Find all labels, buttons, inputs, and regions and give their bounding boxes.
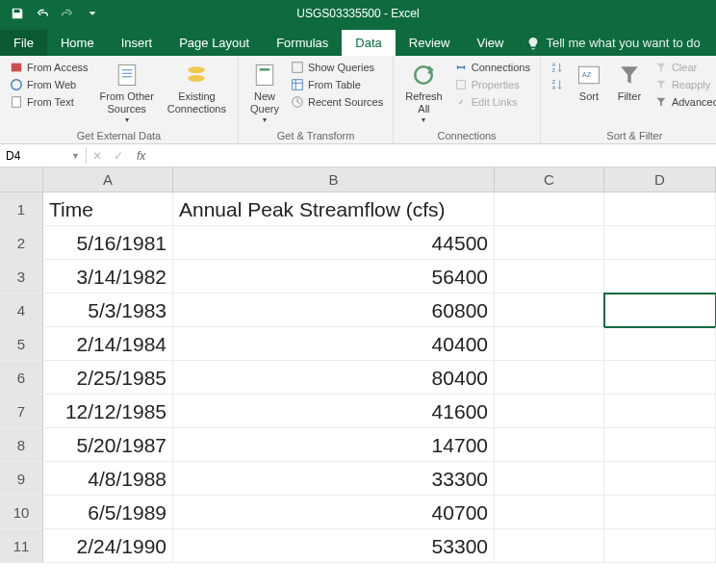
cell-A8[interactable]: 5/20/1987 (43, 428, 173, 462)
row-header-11[interactable]: 11 (0, 529, 43, 563)
cell-B9[interactable]: 33300 (173, 462, 495, 496)
cell-C8[interactable] (495, 428, 604, 462)
cell-D7[interactable] (604, 395, 716, 428)
from-access-button[interactable]: From Access (8, 60, 90, 75)
sort-button[interactable]: AZSort (572, 60, 606, 110)
row-header-10[interactable]: 10 (0, 496, 43, 529)
edit-links-button[interactable]: Edit Links (452, 94, 532, 110)
cell-D4[interactable] (604, 294, 716, 327)
col-header-D[interactable]: D (604, 167, 716, 192)
cell-B11[interactable]: 53300 (173, 529, 495, 563)
enter-icon[interactable]: ✓ (108, 149, 129, 163)
sort-za-button[interactable]: ZA (549, 77, 566, 92)
cell-A4[interactable]: 5/3/1983 (43, 294, 173, 327)
tab-data[interactable]: Data (342, 30, 395, 56)
tab-home[interactable]: Home (47, 30, 108, 56)
cell-D1[interactable] (604, 192, 716, 226)
recent-sources-button[interactable]: Recent Sources (289, 94, 385, 110)
advanced-filter-button[interactable]: Advanced (652, 94, 716, 110)
row-header-5[interactable]: 5 (0, 327, 43, 361)
tell-me-search[interactable]: Tell me what you want to do (517, 30, 709, 56)
from-text-button[interactable]: From Text (8, 94, 90, 110)
cell-D8[interactable] (604, 428, 716, 462)
tab-page-layout[interactable]: Page Layout (166, 30, 263, 56)
name-box-value: D4 (6, 149, 20, 163)
tab-insert[interactable]: Insert (108, 30, 166, 56)
cell-B10[interactable]: 40700 (173, 496, 495, 529)
tab-formulas[interactable]: Formulas (263, 30, 342, 56)
cell-A1[interactable]: Time (43, 192, 173, 226)
properties-button[interactable]: Properties (452, 77, 532, 92)
row-header-3[interactable]: 3 (0, 260, 43, 294)
cell-B2[interactable]: 44500 (173, 226, 495, 260)
sort-az-button[interactable]: AZ (549, 60, 566, 75)
new-query-button[interactable]: New Query▾ (246, 60, 283, 127)
cell-A11[interactable]: 2/24/1990 (43, 529, 173, 563)
cell-B1[interactable]: Annual Peak Streamflow (cfs) (173, 192, 495, 226)
redo-icon[interactable] (56, 2, 79, 25)
row-header-6[interactable]: 6 (0, 361, 43, 395)
qat-dropdown-icon[interactable] (81, 2, 104, 25)
cell-D11[interactable] (604, 529, 716, 563)
cell-C1[interactable] (495, 192, 604, 226)
cell-D10[interactable] (604, 496, 716, 529)
col-header-A[interactable]: A (43, 167, 173, 192)
refresh-all-button[interactable]: Refresh All▾ (401, 60, 447, 127)
cell-B6[interactable]: 80400 (173, 361, 495, 395)
cell-C4[interactable] (495, 294, 604, 327)
cell-B4[interactable]: 60800 (173, 294, 495, 327)
cell-A10[interactable]: 6/5/1989 (43, 496, 173, 529)
cell-C9[interactable] (495, 462, 604, 496)
cell-A9[interactable]: 4/8/1988 (43, 462, 173, 496)
cell-C7[interactable] (495, 395, 604, 428)
cell-B7[interactable]: 41600 (173, 395, 495, 428)
cell-D9[interactable] (604, 462, 716, 496)
cell-A7[interactable]: 12/12/1985 (43, 395, 173, 428)
cell-C10[interactable] (495, 496, 604, 529)
from-table-button[interactable]: From Table (289, 77, 385, 92)
cell-D2[interactable] (604, 226, 716, 260)
show-queries-button[interactable]: Show Queries (289, 60, 385, 75)
row-header-4[interactable]: 4 (0, 294, 43, 327)
col-header-C[interactable]: C (495, 167, 604, 192)
cell-C3[interactable] (495, 260, 604, 294)
select-all-corner[interactable] (0, 167, 43, 192)
clear-filter-button[interactable]: Clear (652, 60, 716, 75)
from-web-button[interactable]: From Web (8, 77, 90, 92)
tab-file[interactable]: File (0, 30, 47, 56)
cell-B3[interactable]: 56400 (173, 260, 495, 294)
formula-input[interactable] (153, 146, 716, 165)
cancel-icon[interactable]: ✕ (87, 149, 108, 163)
cell-D3[interactable] (604, 260, 716, 294)
fx-icon[interactable]: fx (129, 149, 153, 163)
name-box[interactable]: D4 ▼ (0, 147, 87, 165)
filter-button[interactable]: Filter (612, 60, 647, 110)
save-icon[interactable] (6, 2, 29, 25)
reapply-button[interactable]: Reapply (652, 77, 716, 92)
tab-view[interactable]: View (463, 30, 517, 56)
row-header-7[interactable]: 7 (0, 395, 43, 428)
cell-D5[interactable] (604, 327, 716, 361)
cell-A3[interactable]: 3/14/1982 (43, 260, 173, 294)
cell-C6[interactable] (495, 361, 604, 395)
row-header-8[interactable]: 8 (0, 428, 43, 462)
cell-C11[interactable] (495, 529, 604, 563)
undo-icon[interactable] (31, 2, 54, 25)
connections-button[interactable]: Connections (452, 60, 532, 75)
from-other-sources-button[interactable]: From Other Sources▾ (96, 60, 158, 127)
cell-C2[interactable] (495, 226, 604, 260)
cell-A6[interactable]: 2/25/1985 (43, 361, 173, 395)
cell-B5[interactable]: 40400 (173, 327, 495, 361)
tab-review[interactable]: Review (396, 30, 464, 56)
existing-connections-button[interactable]: Existing Connections (164, 60, 230, 127)
cell-A2[interactable]: 5/16/1981 (43, 226, 173, 260)
col-header-B[interactable]: B (173, 167, 495, 192)
worksheet-grid[interactable]: ABCD1TimeAnnual Peak Streamflow (cfs)25/… (0, 167, 716, 563)
row-header-2[interactable]: 2 (0, 226, 43, 260)
row-header-1[interactable]: 1 (0, 192, 43, 226)
row-header-9[interactable]: 9 (0, 462, 43, 496)
cell-C5[interactable] (495, 327, 604, 361)
cell-A5[interactable]: 2/14/1984 (43, 327, 173, 361)
cell-D6[interactable] (604, 361, 716, 395)
cell-B8[interactable]: 14700 (173, 428, 495, 462)
